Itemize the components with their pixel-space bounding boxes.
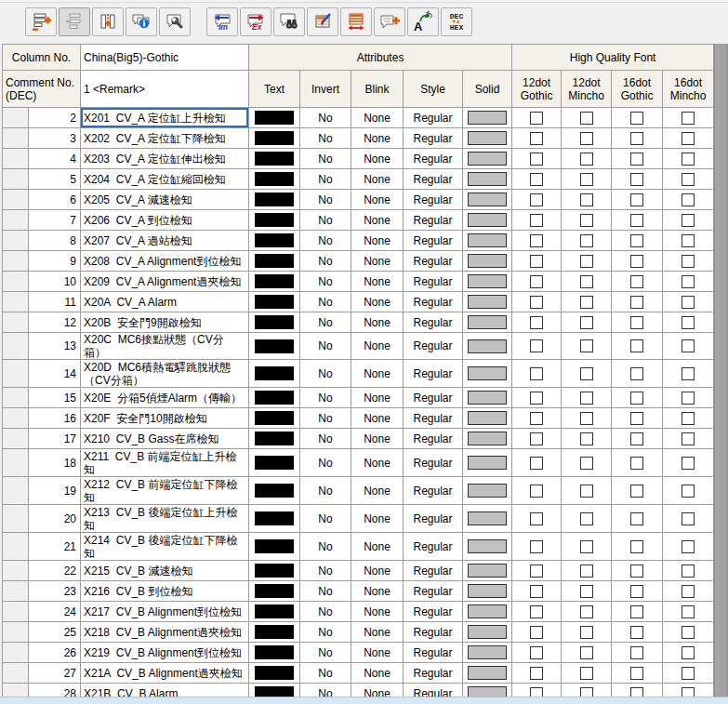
text-color-cell[interactable] <box>249 533 300 561</box>
blink-cell[interactable]: None <box>351 602 404 622</box>
row-selector[interactable] <box>3 622 29 643</box>
style-cell[interactable]: Regular <box>404 408 463 429</box>
invert-cell[interactable]: No <box>300 388 351 408</box>
font-checkbox-16dot-mincho[interactable] <box>682 412 695 425</box>
font-checkbox-12dot-mincho[interactable] <box>580 540 593 553</box>
font-checkbox-16dot-gothic[interactable] <box>630 367 643 380</box>
font-checkbox-16dot-gothic[interactable] <box>630 540 643 553</box>
style-cell[interactable]: Regular <box>404 128 463 149</box>
row-selector[interactable] <box>3 388 29 408</box>
font-checkbox-12dot-mincho[interactable] <box>580 412 593 425</box>
solid-color-cell[interactable] <box>463 190 512 210</box>
text-color-cell[interactable] <box>249 388 300 408</box>
comment-no-cell[interactable]: 16 <box>29 408 81 429</box>
invert-cell[interactable]: No <box>300 360 351 388</box>
style-cell[interactable]: Regular <box>404 449 463 477</box>
style-cell[interactable]: Regular <box>404 533 463 561</box>
font-checkbox-16dot-mincho[interactable] <box>682 173 695 186</box>
comment-no-cell[interactable]: 4 <box>29 149 81 169</box>
font-checkbox-16dot-mincho[interactable] <box>682 485 695 498</box>
font-checkbox-16dot-gothic[interactable] <box>630 173 643 186</box>
comment-text-cell[interactable]: X21B CV_B Alarm <box>81 684 249 697</box>
font-checkbox-12dot-gothic[interactable] <box>530 667 543 680</box>
font-checkbox-16dot-gothic[interactable] <box>630 585 643 598</box>
font-checkbox-12dot-gothic[interactable] <box>530 214 543 227</box>
invert-cell[interactable]: No <box>300 108 351 128</box>
text-color-cell[interactable] <box>249 210 300 231</box>
blink-cell[interactable]: None <box>351 272 404 292</box>
search-comment-button[interactable] <box>273 7 305 36</box>
font-checkbox-12dot-gothic[interactable] <box>530 457 543 470</box>
comment-no-cell[interactable]: 12 <box>29 312 81 333</box>
comment-text-cell[interactable]: X215 CV_B 減速檢知 <box>81 561 249 581</box>
invert-cell[interactable]: No <box>300 272 351 292</box>
comment-no-cell[interactable]: 21 <box>29 533 81 561</box>
font-checkbox-16dot-gothic[interactable] <box>630 112 643 125</box>
comment-setting-button[interactable] <box>159 7 191 36</box>
invert-cell[interactable]: No <box>300 251 351 272</box>
invert-cell[interactable]: No <box>300 561 351 581</box>
comment-no-cell[interactable]: 14 <box>29 360 81 388</box>
solid-color-cell[interactable] <box>463 210 512 231</box>
row-selector[interactable] <box>3 128 29 149</box>
text-color-cell[interactable] <box>249 602 300 622</box>
row-selector[interactable] <box>3 408 29 429</box>
comment-text-cell[interactable]: X211 CV_B 前端定位缸上升檢知 <box>81 449 249 477</box>
blink-cell[interactable]: None <box>351 533 404 561</box>
style-cell[interactable]: Regular <box>404 477 463 505</box>
font-checkbox-16dot-gothic[interactable] <box>630 234 643 247</box>
invert-cell[interactable]: No <box>300 231 351 251</box>
comment-text-cell[interactable]: X20C MC6接點狀態（CV分箱） <box>81 333 249 360</box>
style-cell[interactable]: Regular <box>404 292 463 312</box>
style-cell[interactable]: Regular <box>404 684 463 697</box>
invert-cell[interactable]: No <box>300 408 351 429</box>
comment-text-cell[interactable]: X213 CV_B 後端定位缸上升檢知 <box>81 505 249 533</box>
font-checkbox-16dot-mincho[interactable] <box>682 432 695 445</box>
invert-cell[interactable]: No <box>300 429 351 449</box>
row-selector[interactable] <box>3 333 29 360</box>
invert-cell[interactable]: No <box>300 190 351 210</box>
comment-text-cell[interactable]: X210 CV_B Gass在席檢知 <box>81 429 249 449</box>
font-checkbox-16dot-gothic[interactable] <box>630 667 643 680</box>
comment-text-cell[interactable]: X212 CV_B 前端定位缸下降檢知 <box>81 477 249 505</box>
blink-cell[interactable]: None <box>351 388 404 408</box>
comment-no-cell[interactable]: 19 <box>29 477 81 505</box>
font-checkbox-16dot-mincho[interactable] <box>682 112 695 125</box>
text-color-cell[interactable] <box>249 408 300 429</box>
font-checkbox-16dot-mincho[interactable] <box>682 193 695 206</box>
text-color-cell[interactable] <box>249 128 300 149</box>
blink-cell[interactable]: None <box>351 581 404 602</box>
adjust-column-width-button[interactable] <box>340 7 372 36</box>
comment-text-cell[interactable]: X205 CV_A 減速檢知 <box>81 190 249 210</box>
font-checkbox-12dot-gothic[interactable] <box>530 687 543 697</box>
row-selector[interactable] <box>3 602 29 622</box>
solid-color-cell[interactable] <box>463 477 512 505</box>
invert-cell[interactable]: No <box>300 128 351 149</box>
style-cell[interactable]: Regular <box>404 388 463 408</box>
font-checkbox-16dot-mincho[interactable] <box>682 605 695 618</box>
invert-cell[interactable]: No <box>300 581 351 602</box>
delete-comment-group-button[interactable] <box>59 7 90 36</box>
font-checkbox-12dot-mincho[interactable] <box>580 296 593 309</box>
solid-color-cell[interactable] <box>463 333 512 360</box>
font-checkbox-12dot-mincho[interactable] <box>580 255 593 268</box>
solid-color-cell[interactable] <box>463 684 512 697</box>
dec-hex-display-button[interactable]: DEC ▼▲ HEX <box>441 7 472 36</box>
blink-cell[interactable]: None <box>351 231 404 251</box>
font-checkbox-16dot-gothic[interactable] <box>630 457 643 470</box>
solid-color-cell[interactable] <box>463 292 512 312</box>
font-checkbox-16dot-mincho[interactable] <box>682 234 695 247</box>
comment-information-button[interactable] <box>126 7 157 36</box>
font-checkbox-12dot-mincho[interactable] <box>580 585 593 598</box>
row-selector[interactable] <box>3 231 29 251</box>
style-cell[interactable]: Regular <box>404 505 463 533</box>
row-selector[interactable] <box>3 449 29 477</box>
comment-text-cell[interactable]: X219 CV_B Alignment到位檢知 <box>81 643 249 663</box>
solid-color-cell[interactable] <box>463 663 512 684</box>
solid-color-cell[interactable] <box>463 408 512 429</box>
text-color-cell[interactable] <box>249 190 300 210</box>
font-checkbox-16dot-gothic[interactable] <box>630 316 643 329</box>
blink-cell[interactable]: None <box>351 210 404 231</box>
font-checkbox-16dot-mincho[interactable] <box>682 392 695 405</box>
style-cell[interactable]: Regular <box>404 643 463 663</box>
